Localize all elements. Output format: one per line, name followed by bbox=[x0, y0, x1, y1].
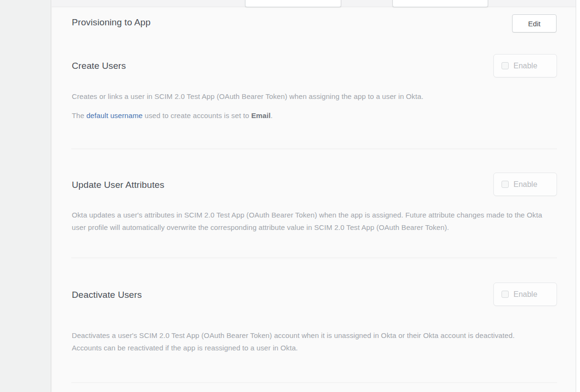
cropped-input-left[interactable] bbox=[245, 0, 341, 7]
default-username-link[interactable]: default username bbox=[86, 111, 143, 120]
deactivate-users-description: Deactivates a user's SCIM 2.0 Test App (… bbox=[72, 329, 545, 354]
create-users-enable-toggle[interactable]: Enable bbox=[493, 54, 557, 77]
update-user-attributes-enable-toggle[interactable]: Enable bbox=[493, 173, 557, 196]
checkbox-unchecked-icon[interactable] bbox=[502, 291, 509, 298]
section-title-deactivate-users: Deactivate Users bbox=[72, 290, 142, 300]
username-value: Email bbox=[251, 111, 271, 120]
create-users-username-line: The default username used to create acco… bbox=[72, 109, 545, 122]
section-title-update-user-attributes: Update User Attributes bbox=[72, 180, 164, 190]
edit-button[interactable]: Edit bbox=[512, 14, 557, 33]
left-gutter-panel bbox=[0, 0, 51, 392]
section-divider bbox=[71, 149, 557, 149]
previous-section-bottom-edge bbox=[52, 0, 576, 7]
update-user-attributes-description: Okta updates a user's attributes in SCIM… bbox=[72, 209, 545, 234]
checkbox-unchecked-icon[interactable] bbox=[502, 62, 509, 69]
checkbox-unchecked-icon[interactable] bbox=[502, 181, 509, 188]
create-users-description: Creates or links a user in SCIM 2.0 Test… bbox=[72, 90, 545, 103]
page-title: Provisioning to App bbox=[72, 17, 151, 28]
username-line-prefix: The bbox=[72, 111, 86, 120]
section-divider bbox=[71, 382, 557, 383]
username-line-middle: used to create accounts is set to bbox=[143, 111, 251, 120]
enable-label: Enable bbox=[513, 290, 537, 299]
section-title-create-users: Create Users bbox=[72, 61, 126, 71]
provisioning-settings-page: Provisioning to App Edit Create Users En… bbox=[0, 0, 580, 392]
deactivate-users-enable-toggle[interactable]: Enable bbox=[493, 283, 557, 306]
cropped-input-right[interactable] bbox=[392, 0, 488, 7]
enable-label: Enable bbox=[513, 180, 537, 189]
username-line-suffix: . bbox=[270, 111, 272, 120]
enable-label: Enable bbox=[513, 62, 537, 70]
section-divider bbox=[71, 258, 557, 258]
right-edge-strip bbox=[576, 0, 580, 392]
